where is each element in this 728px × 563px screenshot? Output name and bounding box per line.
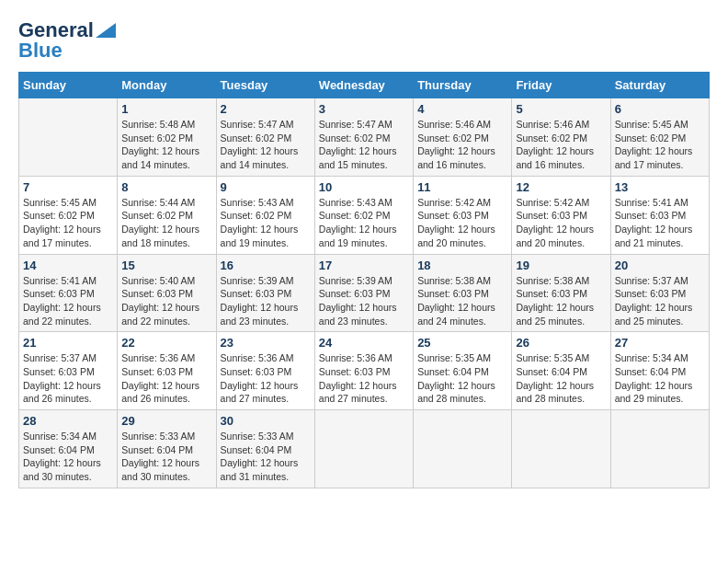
day-number: 19 (516, 259, 606, 272)
calendar-cell: 1Sunrise: 5:48 AM Sunset: 6:02 PM Daylig… (118, 98, 216, 177)
calendar-cell: 6Sunrise: 5:45 AM Sunset: 6:02 PM Daylig… (610, 98, 709, 177)
day-info: Sunrise: 5:48 AM Sunset: 6:02 PM Dayligh… (121, 118, 211, 172)
weekday-header: Thursday (414, 73, 512, 98)
calendar-cell: 29Sunrise: 5:33 AM Sunset: 6:04 PM Dayli… (118, 410, 216, 488)
weekday-header: Saturday (610, 73, 709, 98)
calendar-cell: 16Sunrise: 5:39 AM Sunset: 6:03 PM Dayli… (216, 254, 314, 332)
calendar-cell: 26Sunrise: 5:35 AM Sunset: 6:04 PM Dayli… (512, 332, 610, 410)
day-number: 14 (23, 259, 113, 272)
day-info: Sunrise: 5:42 AM Sunset: 6:03 PM Dayligh… (417, 196, 507, 250)
day-info: Sunrise: 5:42 AM Sunset: 6:03 PM Dayligh… (516, 196, 606, 250)
day-number: 22 (121, 336, 211, 350)
day-info: Sunrise: 5:40 AM Sunset: 6:03 PM Dayligh… (121, 274, 211, 328)
calendar-week-row: 14Sunrise: 5:41 AM Sunset: 6:03 PM Dayli… (19, 254, 710, 332)
day-number: 11 (417, 180, 507, 194)
day-number: 10 (319, 180, 409, 194)
day-info: Sunrise: 5:34 AM Sunset: 6:04 PM Dayligh… (23, 430, 113, 484)
logo-blue: Blue (18, 39, 63, 63)
weekday-header: Sunday (19, 73, 118, 98)
day-info: Sunrise: 5:41 AM Sunset: 6:03 PM Dayligh… (23, 274, 113, 328)
calendar-cell: 9Sunrise: 5:43 AM Sunset: 6:02 PM Daylig… (216, 176, 314, 254)
day-info: Sunrise: 5:43 AM Sunset: 6:02 PM Dayligh… (221, 196, 311, 250)
day-info: Sunrise: 5:36 AM Sunset: 6:03 PM Dayligh… (319, 351, 409, 406)
day-number: 8 (121, 180, 211, 194)
day-info: Sunrise: 5:36 AM Sunset: 6:03 PM Dayligh… (121, 351, 211, 406)
calendar-cell (314, 410, 413, 488)
logo-icon (96, 23, 116, 38)
day-info: Sunrise: 5:45 AM Sunset: 6:02 PM Dayligh… (23, 196, 113, 250)
day-number: 1 (121, 102, 211, 116)
calendar-cell: 20Sunrise: 5:37 AM Sunset: 6:03 PM Dayli… (610, 254, 709, 332)
day-info: Sunrise: 5:36 AM Sunset: 6:03 PM Dayligh… (221, 351, 311, 406)
calendar-cell: 13Sunrise: 5:41 AM Sunset: 6:03 PM Dayli… (610, 176, 709, 254)
day-info: Sunrise: 5:41 AM Sunset: 6:03 PM Dayligh… (615, 196, 705, 250)
day-number: 7 (23, 180, 113, 194)
weekday-header: Wednesday (314, 73, 413, 98)
calendar-week-row: 1Sunrise: 5:48 AM Sunset: 6:02 PM Daylig… (19, 98, 710, 177)
calendar-cell: 2Sunrise: 5:47 AM Sunset: 6:02 PM Daylig… (216, 98, 314, 177)
day-info: Sunrise: 5:45 AM Sunset: 6:02 PM Dayligh… (615, 118, 705, 172)
day-number: 20 (615, 259, 705, 272)
day-info: Sunrise: 5:37 AM Sunset: 6:03 PM Dayligh… (615, 274, 705, 328)
page-header: General Blue (18, 18, 710, 63)
day-number: 13 (615, 180, 705, 194)
calendar-cell: 21Sunrise: 5:37 AM Sunset: 6:03 PM Dayli… (19, 332, 118, 410)
day-number: 2 (221, 102, 311, 116)
day-number: 30 (221, 414, 311, 428)
day-info: Sunrise: 5:43 AM Sunset: 6:02 PM Dayligh… (319, 196, 409, 250)
calendar-cell: 12Sunrise: 5:42 AM Sunset: 6:03 PM Dayli… (512, 176, 610, 254)
day-number: 4 (417, 102, 507, 116)
calendar-week-row: 7Sunrise: 5:45 AM Sunset: 6:02 PM Daylig… (19, 176, 710, 254)
calendar-cell: 30Sunrise: 5:33 AM Sunset: 6:04 PM Dayli… (216, 410, 314, 488)
day-info: Sunrise: 5:38 AM Sunset: 6:03 PM Dayligh… (417, 274, 507, 328)
calendar-cell: 17Sunrise: 5:39 AM Sunset: 6:03 PM Dayli… (314, 254, 413, 332)
day-info: Sunrise: 5:46 AM Sunset: 6:02 PM Dayligh… (417, 118, 507, 172)
day-info: Sunrise: 5:38 AM Sunset: 6:03 PM Dayligh… (516, 274, 606, 328)
day-info: Sunrise: 5:44 AM Sunset: 6:02 PM Dayligh… (121, 196, 211, 250)
day-number: 6 (615, 102, 705, 116)
calendar-cell: 8Sunrise: 5:44 AM Sunset: 6:02 PM Daylig… (118, 176, 216, 254)
day-info: Sunrise: 5:47 AM Sunset: 6:02 PM Dayligh… (221, 118, 311, 172)
calendar-cell: 11Sunrise: 5:42 AM Sunset: 6:03 PM Dayli… (414, 176, 512, 254)
calendar-cell: 28Sunrise: 5:34 AM Sunset: 6:04 PM Dayli… (19, 410, 118, 488)
calendar-cell: 23Sunrise: 5:36 AM Sunset: 6:03 PM Dayli… (216, 332, 314, 410)
day-number: 15 (121, 259, 211, 272)
day-number: 21 (23, 336, 113, 350)
calendar-cell (19, 98, 118, 177)
calendar-cell (610, 410, 709, 488)
day-number: 26 (516, 336, 606, 350)
day-info: Sunrise: 5:39 AM Sunset: 6:03 PM Dayligh… (319, 274, 409, 328)
calendar-cell: 22Sunrise: 5:36 AM Sunset: 6:03 PM Dayli… (118, 332, 216, 410)
calendar-cell: 4Sunrise: 5:46 AM Sunset: 6:02 PM Daylig… (414, 98, 512, 177)
day-info: Sunrise: 5:46 AM Sunset: 6:02 PM Dayligh… (516, 118, 606, 172)
logo: General Blue (18, 18, 116, 63)
calendar-cell (414, 410, 512, 488)
day-info: Sunrise: 5:35 AM Sunset: 6:04 PM Dayligh… (516, 351, 606, 406)
weekday-header: Monday (118, 73, 216, 98)
day-info: Sunrise: 5:33 AM Sunset: 6:04 PM Dayligh… (221, 430, 311, 484)
day-info: Sunrise: 5:47 AM Sunset: 6:02 PM Dayligh… (319, 118, 409, 172)
day-number: 18 (417, 259, 507, 272)
weekday-header: Tuesday (216, 73, 314, 98)
day-number: 28 (23, 414, 113, 428)
day-info: Sunrise: 5:34 AM Sunset: 6:04 PM Dayligh… (615, 351, 705, 406)
calendar-cell (512, 410, 610, 488)
calendar-cell: 7Sunrise: 5:45 AM Sunset: 6:02 PM Daylig… (19, 176, 118, 254)
svg-marker-0 (96, 23, 116, 38)
weekday-header-row: SundayMondayTuesdayWednesdayThursdayFrid… (19, 73, 710, 98)
day-number: 5 (516, 102, 606, 116)
day-number: 27 (615, 336, 705, 350)
calendar-cell: 24Sunrise: 5:36 AM Sunset: 6:03 PM Dayli… (314, 332, 413, 410)
day-number: 29 (121, 414, 211, 428)
day-number: 23 (221, 336, 311, 350)
day-info: Sunrise: 5:35 AM Sunset: 6:04 PM Dayligh… (417, 351, 507, 406)
day-number: 12 (516, 180, 606, 194)
calendar-week-row: 28Sunrise: 5:34 AM Sunset: 6:04 PM Dayli… (19, 410, 710, 488)
calendar-cell: 10Sunrise: 5:43 AM Sunset: 6:02 PM Dayli… (314, 176, 413, 254)
weekday-header: Friday (512, 73, 610, 98)
calendar-cell: 15Sunrise: 5:40 AM Sunset: 6:03 PM Dayli… (118, 254, 216, 332)
calendar-cell: 5Sunrise: 5:46 AM Sunset: 6:02 PM Daylig… (512, 98, 610, 177)
calendar-cell: 3Sunrise: 5:47 AM Sunset: 6:02 PM Daylig… (314, 98, 413, 177)
day-number: 17 (319, 259, 409, 272)
day-info: Sunrise: 5:39 AM Sunset: 6:03 PM Dayligh… (221, 274, 311, 328)
